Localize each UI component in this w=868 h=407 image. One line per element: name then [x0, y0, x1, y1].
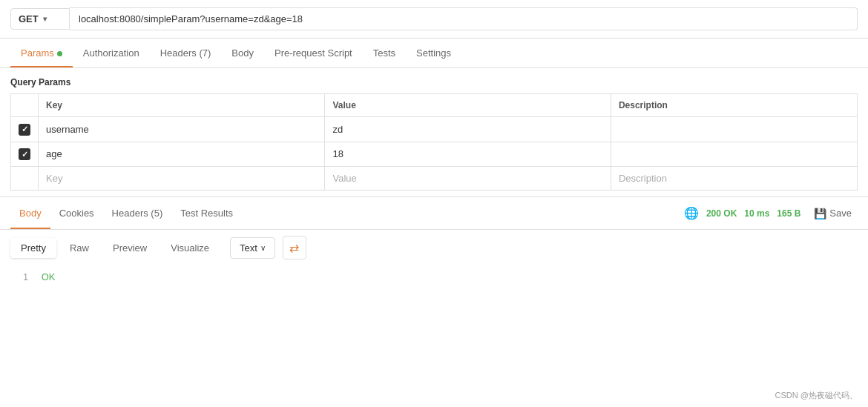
response-tabs: Body Cookies Headers (5) Test Results	[10, 203, 684, 223]
query-params-section: Query Params Key Value Description ✓ use…	[0, 68, 868, 191]
row1-key[interactable]: username	[39, 117, 325, 142]
text-format-label: Text	[240, 242, 257, 254]
wrap-button[interactable]: ⇄	[283, 236, 306, 259]
line-number: 1	[10, 272, 28, 282]
save-label: Save	[829, 208, 852, 219]
row2-value[interactable]: 18	[325, 142, 611, 167]
tab-settings[interactable]: Settings	[406, 39, 461, 67]
format-preview-button[interactable]: Preview	[102, 238, 157, 258]
text-format-dropdown[interactable]: Text ∨	[230, 237, 275, 259]
response-size: 165 B	[777, 208, 800, 219]
format-bar: Pretty Raw Preview Visualize Text ∨ ⇄	[0, 230, 868, 265]
tab-authorization[interactable]: Authorization	[73, 39, 150, 67]
tab-headers[interactable]: Headers (7)	[150, 39, 222, 67]
response-tab-headers[interactable]: Headers (5)	[103, 203, 172, 223]
response-tab-test-results[interactable]: Test Results	[171, 203, 242, 223]
col-value: Value	[325, 94, 611, 117]
format-pretty-button[interactable]: Pretty	[10, 238, 56, 258]
tab-body[interactable]: Body	[221, 39, 264, 67]
row3-desc-placeholder[interactable]: Description	[611, 167, 857, 191]
row3-checkbox-cell[interactable]	[11, 167, 39, 191]
response-tabs-bar: Body Cookies Headers (5) Test Results 🌐 …	[0, 196, 868, 230]
response-body: 1 OK	[0, 265, 868, 288]
query-params-title: Query Params	[10, 77, 858, 87]
globe-icon: 🌐	[684, 206, 699, 220]
url-input[interactable]	[70, 7, 858, 30]
col-checkbox	[11, 94, 39, 117]
url-bar: GET ▾	[0, 0, 868, 39]
response-tab-body[interactable]: Body	[10, 203, 50, 223]
save-button[interactable]: 💾 Save	[808, 205, 858, 222]
row2-checkbox-cell[interactable]: ✓	[11, 142, 39, 167]
save-icon: 💾	[814, 208, 826, 219]
col-key: Key	[39, 94, 325, 117]
response-line: 1 OK	[10, 271, 858, 282]
row2-key[interactable]: age	[39, 142, 325, 167]
response-ok: OK	[42, 271, 56, 282]
checkbox-username[interactable]: ✓	[19, 124, 30, 136]
response-meta: 🌐 200 OK 10 ms 165 B 💾 Save	[684, 205, 858, 222]
params-dot	[57, 51, 62, 56]
method-label: GET	[19, 13, 39, 24]
response-status: 200 OK	[706, 208, 737, 219]
table-row: ✓ username zd	[11, 117, 858, 142]
params-table: Key Value Description ✓ username zd	[10, 93, 858, 191]
method-chevron: ▾	[43, 15, 47, 23]
row2-description[interactable]	[611, 142, 857, 167]
row3-key-placeholder[interactable]: Key	[39, 167, 325, 191]
table-row: Key Value Description	[11, 167, 858, 191]
request-tabs-area: Params Authorization Headers (7) Body Pr…	[0, 39, 868, 68]
format-visualize-button[interactable]: Visualize	[160, 238, 220, 258]
row3-value-placeholder[interactable]: Value	[325, 167, 611, 191]
row1-description[interactable]	[611, 117, 857, 142]
text-format-chevron: ∨	[260, 244, 266, 252]
tab-pre-request-script[interactable]: Pre-request Script	[264, 39, 363, 67]
response-tab-cookies[interactable]: Cookies	[50, 203, 103, 223]
format-raw-button[interactable]: Raw	[59, 238, 99, 258]
method-select[interactable]: GET ▾	[10, 8, 70, 30]
row1-checkbox-cell[interactable]: ✓	[11, 117, 39, 142]
row1-value[interactable]: zd	[325, 117, 611, 142]
request-tabs: Params Authorization Headers (7) Body Pr…	[10, 39, 858, 67]
tab-params[interactable]: Params	[10, 39, 73, 67]
response-time: 10 ms	[744, 208, 769, 219]
table-row: ✓ age 18	[11, 142, 858, 167]
wrap-icon: ⇄	[289, 241, 299, 255]
col-description: Description	[611, 94, 857, 117]
checkbox-age[interactable]: ✓	[19, 148, 30, 160]
tab-tests[interactable]: Tests	[363, 39, 406, 67]
